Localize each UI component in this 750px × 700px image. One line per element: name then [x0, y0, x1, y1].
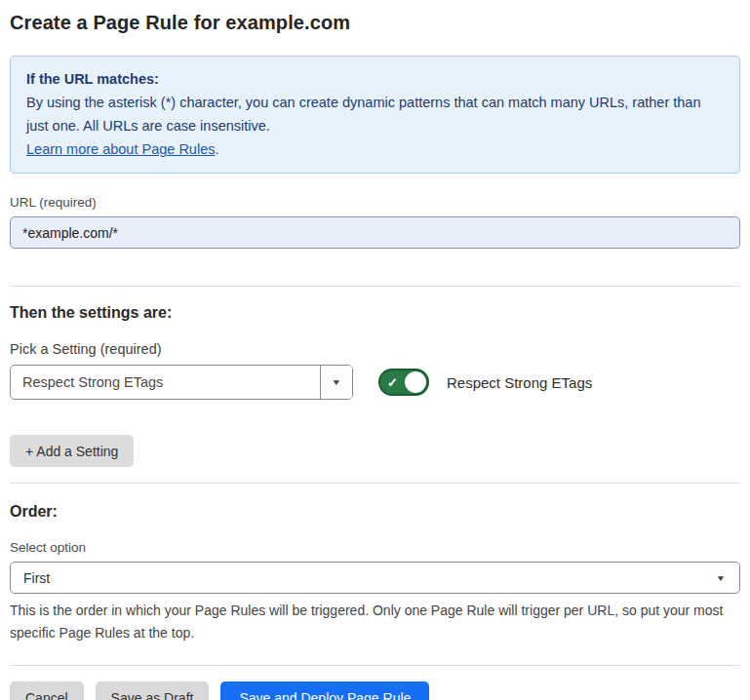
settings-section-heading: Then the settings are: [10, 304, 740, 322]
toggle-knob [405, 371, 426, 393]
info-box-body: By using the asterisk (*) character, you… [26, 91, 724, 137]
etag-toggle-group: ✓ Respect Strong ETags [378, 369, 592, 396]
divider [10, 286, 740, 287]
setting-select[interactable]: Respect Strong ETags ▼ [10, 365, 353, 400]
divider [10, 665, 740, 666]
info-box-link-line: Learn more about Page Rules. [26, 137, 724, 161]
learn-more-link[interactable]: Learn more about Page Rules [26, 141, 215, 157]
create-page-rule-form: Create a Page Rule for example.com If th… [0, 0, 750, 700]
chevron-down-icon: ▼ [332, 377, 342, 387]
order-select-label: Select option [10, 540, 740, 555]
divider [10, 483, 740, 484]
setting-row: Respect Strong ETags ▼ ✓ Respect Strong … [10, 365, 740, 400]
link-suffix: . [215, 141, 218, 157]
url-match-info-box: If the URL matches: By using the asteris… [10, 56, 740, 174]
setting-select-arrow-button[interactable]: ▼ [320, 366, 352, 399]
etag-toggle-label: Respect Strong ETags [447, 374, 592, 391]
order-section-heading: Order: [10, 503, 740, 521]
order-help-text: This is the order in which your Page Rul… [10, 600, 731, 644]
chevron-down-icon: ▼ [716, 573, 727, 583]
pick-setting-label: Pick a Setting (required) [10, 341, 740, 357]
cancel-button[interactable]: Cancel [10, 681, 84, 700]
save-and-deploy-button[interactable]: Save and Deploy Page Rule [220, 681, 429, 700]
etag-toggle[interactable]: ✓ [378, 369, 429, 396]
setting-select-value: Respect Strong ETags [11, 366, 320, 399]
save-as-draft-button[interactable]: Save as Draft [96, 681, 210, 700]
info-box-heading: If the URL matches: [26, 67, 724, 91]
page-title: Create a Page Rule for example.com [10, 12, 740, 34]
url-input[interactable] [10, 216, 740, 249]
add-setting-button[interactable]: + Add a Setting [10, 435, 134, 467]
check-icon: ✓ [387, 376, 398, 389]
url-field-label: URL (required) [10, 195, 740, 210]
order-select[interactable]: First ▼ [10, 562, 740, 594]
footer-actions: Cancel Save as Draft Save and Deploy Pag… [10, 681, 740, 700]
order-select-value: First [23, 570, 50, 586]
